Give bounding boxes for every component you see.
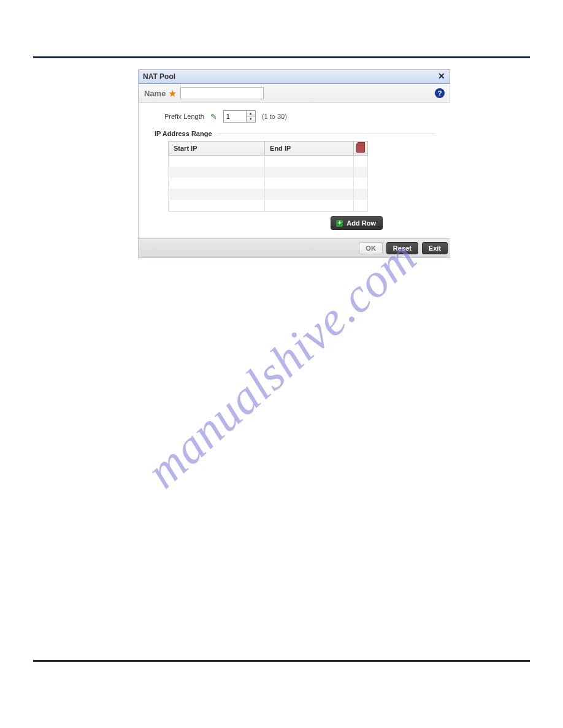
name-bar: Name ★ ? [139, 84, 450, 103]
plus-icon: + [336, 220, 343, 227]
bottom-divider [33, 660, 530, 662]
table-row[interactable] [169, 189, 368, 200]
spinner-up-icon[interactable]: ▲ [247, 111, 255, 117]
table-row[interactable] [169, 200, 368, 211]
ip-range-table: Start IP End IP [168, 141, 368, 211]
prefix-length-row: Prefix Length ✎ ▲ ▼ (1 to 30) [164, 110, 435, 123]
prefix-length-input[interactable] [224, 111, 247, 122]
table-row[interactable] [169, 167, 368, 178]
pencil-icon[interactable]: ✎ [210, 112, 217, 121]
prefix-length-label: Prefix Length [164, 113, 204, 120]
table-row[interactable] [169, 178, 368, 189]
exit-button[interactable]: Exit [422, 242, 448, 254]
dialog-footer: OK Reset Exit [139, 238, 450, 257]
ip-range-label: IP Address Range [155, 130, 435, 137]
dialog-titlebar: NAT Pool ✕ [139, 69, 450, 84]
column-end-ip: End IP [265, 142, 354, 156]
table-row[interactable] [169, 156, 368, 167]
prefix-length-spinner[interactable]: ▲ ▼ [223, 110, 256, 123]
spinner-down-icon[interactable]: ▼ [247, 117, 255, 123]
help-icon[interactable]: ? [435, 88, 445, 98]
reset-button[interactable]: Reset [386, 242, 418, 254]
nat-pool-dialog: NAT Pool ✕ Name ★ ? Prefix Length ✎ ▲ ▼ … [138, 69, 450, 258]
trash-icon[interactable] [356, 143, 365, 153]
prefix-length-hint: (1 to 30) [262, 113, 287, 120]
column-delete [354, 142, 368, 156]
close-icon[interactable]: ✕ [437, 72, 446, 81]
name-label: Name [144, 89, 166, 98]
dialog-title: NAT Pool [143, 72, 175, 81]
top-divider [33, 56, 530, 58]
add-row-button[interactable]: + Add Row [331, 216, 383, 230]
column-start-ip: Start IP [169, 142, 265, 156]
required-icon: ★ [168, 88, 177, 99]
watermark: manualshive.com [136, 229, 427, 499]
name-input[interactable] [180, 87, 264, 99]
ok-button[interactable]: OK [359, 242, 383, 254]
